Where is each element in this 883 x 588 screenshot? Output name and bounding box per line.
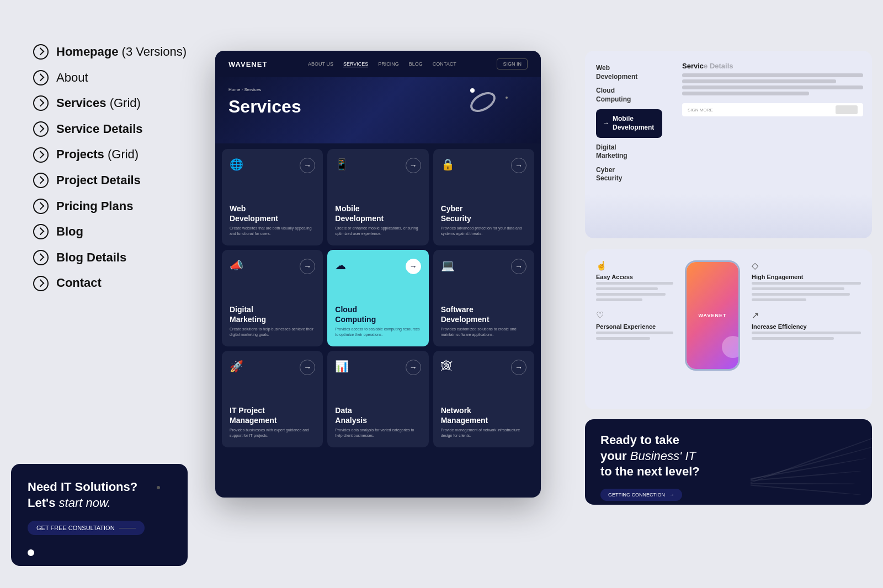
service-list-digital[interactable]: DigitalMarketing (596, 143, 662, 161)
arrow-icon: → (511, 259, 526, 274)
megaphone-icon: 📣 (230, 259, 247, 276)
nav-item-blog-details[interactable]: Blog Details (33, 250, 210, 266)
feature-personal-exp: ♡ Personal Experience (596, 310, 673, 341)
right-cta-card: Ready to take your Business' IT to the n… (585, 419, 872, 505)
service-desc: Create or enhance mobile applications, e… (335, 226, 421, 237)
nav-item-about[interactable]: About (33, 70, 210, 86)
wave-bg-decoration (585, 194, 872, 238)
decorative-dot (157, 486, 160, 489)
nav-label-projects: Projects (Grid) (56, 147, 139, 163)
nav-item-projects[interactable]: Projects (Grid) (33, 147, 210, 163)
cta-card-left: Need IT Solutions? Let's start now. GET … (11, 464, 188, 566)
feature-desc-line-1 (596, 332, 673, 334)
service-name: MobileDevelopment (335, 204, 421, 223)
feature-desc-line-1 (752, 332, 861, 334)
service-card-mobile-dev[interactable]: 📱 → MobileDevelopment Create or enhance … (327, 149, 428, 245)
signin-button[interactable]: SIGN IN (497, 58, 528, 70)
rocket-icon: 🚀 (230, 360, 247, 377)
arrow-icon: → (300, 360, 315, 375)
feature-high-engagement: ◇ High Engagement (752, 260, 861, 302)
wave-line-2 (751, 445, 872, 489)
input-arrow (836, 105, 858, 114)
arrow-circle-icon-about (33, 70, 49, 85)
feature-desc-line-3 (752, 293, 850, 296)
service-card-top: 🌐 → (230, 158, 315, 175)
nav-label-project-details: Project Details (56, 173, 141, 189)
cta-button-left[interactable]: GET FREE CONSULTATION (28, 521, 145, 535)
nav-services: SERVICES (343, 61, 368, 67)
service-card-software[interactable]: 💻 → SoftwareDevelopment Provides customi… (433, 250, 534, 346)
service-desc: Provides data analysis for varied catego… (335, 427, 421, 439)
nav-label-homepage: Homepage (3 Versions) (56, 44, 187, 60)
service-card-network[interactable]: 🕸 → NetworkManagement Provide management… (433, 351, 534, 447)
feature-easy-access: ☝ Easy Access (596, 260, 673, 302)
service-card-it-project[interactable]: 🚀 → IT ProjectManagement Provides busine… (222, 351, 323, 447)
service-desc: Create solutions to help businesses achi… (230, 327, 315, 338)
service-list-mobile[interactable]: MobileDevelopment (596, 109, 662, 137)
right-service-list-card: WebDevelopment CloudComputing MobileDeve… (585, 51, 872, 238)
cta-button-right[interactable]: GETTING CONNECTION → (600, 489, 682, 501)
breadcrumb: Home › Services (228, 87, 528, 92)
feature-desc-line-3 (596, 293, 666, 296)
nav-item-pricing[interactable]: Pricing Plans (33, 199, 210, 215)
service-list-cyber[interactable]: CyberSecurity (596, 166, 662, 183)
service-card-top: 🔒 → (441, 158, 526, 175)
service-desc: Provides access to scalable computing re… (335, 327, 421, 338)
arrow-circle-icon-pd (33, 173, 49, 188)
phone-mockup: WAVENET (682, 260, 743, 398)
service-card-web-dev[interactable]: 🌐 → WebDevelopment Create websites that … (222, 149, 323, 245)
arrow-up-icon: ↗ (752, 310, 861, 320)
nav-about: ABOUT US (308, 61, 333, 67)
arrow-circle-icon-bd (33, 250, 49, 265)
arrow-icon: → (406, 360, 421, 375)
nav-item-service-details[interactable]: Service Details (33, 121, 210, 137)
feature-desc-line-2 (752, 337, 834, 340)
arrow-circle-icon-projects (33, 147, 49, 163)
service-desc: Create websites that are both visually a… (230, 226, 315, 237)
service-card-top: 📣 → (230, 259, 315, 276)
service-desc: Provides businesses with expert guidance… (230, 427, 315, 439)
service-card-cloud[interactable]: ☁ → CloudComputing Provides access to sc… (327, 250, 428, 346)
lock-icon: 🔒 (441, 158, 459, 175)
nav-item-services[interactable]: Services (Grid) (33, 95, 210, 111)
network-icon: 🕸 (441, 360, 459, 377)
wave-lines-decoration (751, 419, 872, 505)
nav-item-contact[interactable]: Contact (33, 275, 210, 291)
mockup-hero: Home › Services Services (215, 77, 541, 143)
service-card-top: 💻 → (441, 259, 526, 276)
arrow-circle-icon-contact (33, 276, 49, 291)
mobile-icon: 📱 (335, 158, 353, 175)
phone-frame: WAVENET (685, 260, 740, 371)
service-card-cyber[interactable]: 🔒 → CyberSecurity Provides advanced prot… (433, 149, 534, 245)
feature-desc-line-1 (752, 282, 861, 285)
feature-desc-line-2 (752, 287, 844, 290)
arrow-icon: → (406, 158, 421, 173)
service-card-top: 📊 → (335, 360, 421, 377)
nav-item-homepage[interactable]: Homepage (3 Versions) (33, 44, 210, 60)
feature-label: Easy Access (596, 274, 673, 280)
cta-heading: Need IT Solutions? Let's start now. (28, 479, 171, 511)
nav-item-blog[interactable]: Blog (33, 224, 210, 240)
service-list-cloud[interactable]: CloudComputing (596, 87, 662, 104)
feature-desc-line-2 (596, 337, 650, 340)
service-card-top: ☁ → (335, 259, 421, 276)
arrow-circle-icon-blog (33, 224, 49, 239)
arrow-circle-icon-services (33, 95, 49, 111)
nav-item-project-details[interactable]: Project Details (33, 173, 210, 189)
service-card-digital[interactable]: 📣 → DigitalMarketing Create solutions to… (222, 250, 323, 346)
nav-label-blog: Blog (56, 224, 83, 240)
wave-line-5 (751, 483, 855, 484)
feature-desc-line-1 (596, 282, 673, 285)
feature-label: Personal Experience (596, 323, 673, 330)
feature-desc-line-2 (596, 287, 658, 290)
service-list-web[interactable]: WebDevelopment (596, 64, 662, 81)
service-desc: Provides customized solutions to create … (441, 327, 526, 338)
cta-button-label: GET FREE CONSULTATION (36, 525, 115, 531)
arrow-icon: → (300, 158, 315, 173)
arrow-circle-icon-sd (33, 121, 49, 137)
arrow-circle-icon (33, 44, 49, 60)
service-card-data[interactable]: 📊 → DataAnalysis Provides data analysis … (327, 351, 428, 447)
content-line-1 (682, 73, 863, 77)
service-name: CyberSecurity (441, 204, 526, 223)
feature-desc-line-4 (596, 298, 642, 301)
